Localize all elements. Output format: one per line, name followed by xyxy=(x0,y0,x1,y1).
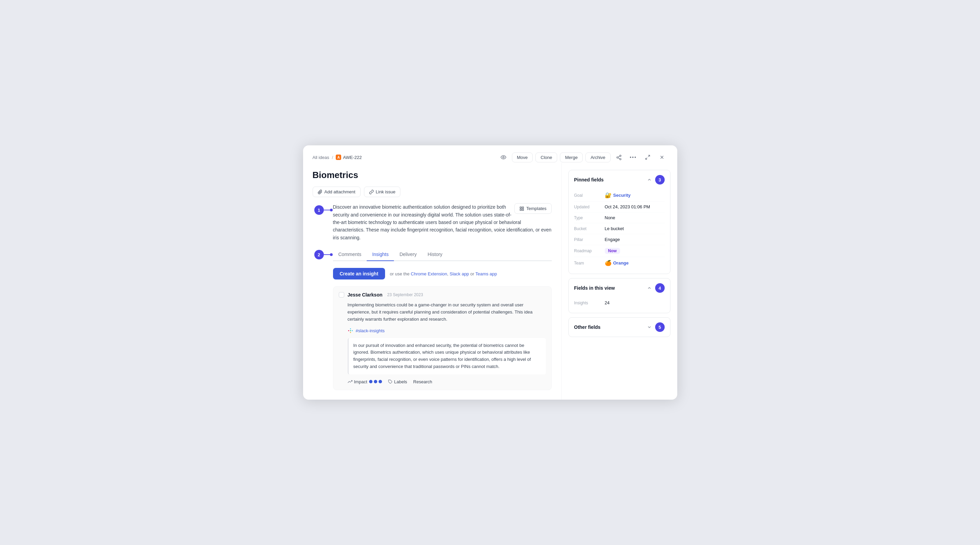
more-options-button[interactable]: ••• xyxy=(628,151,639,163)
impact-dots xyxy=(369,380,382,383)
breadcrumb-id: A AWE-222 xyxy=(336,155,361,160)
field-row-goal: Goal 🔐 Security xyxy=(574,189,665,202)
svg-line-7 xyxy=(646,158,648,159)
insight-header: Jesse Clarkson 23 September 2023 xyxy=(339,292,546,298)
fields-in-view-header-right: 4 xyxy=(647,283,665,293)
insight-meta: Impact Labels Research xyxy=(339,379,546,384)
field-row-updated: Updated Oct 24, 2023 01:06 PM xyxy=(574,202,665,212)
field-value-insights: 24 xyxy=(605,300,609,305)
svg-rect-17 xyxy=(350,332,351,333)
pinned-fields-title: Pinned fields xyxy=(574,177,604,182)
impact-item: Impact xyxy=(348,379,382,384)
clone-button[interactable]: Clone xyxy=(535,153,557,163)
breadcrumb-separator: / xyxy=(332,155,333,160)
insight-card: Jesse Clarkson 23 September 2023 Impleme… xyxy=(333,286,552,390)
insight-date: 23 September 2023 xyxy=(387,292,423,297)
field-label-updated: Updated xyxy=(574,205,605,209)
tab-comments[interactable]: Comments xyxy=(333,248,367,261)
tab-delivery[interactable]: Delivery xyxy=(394,248,422,261)
field-label-roadmap: Roadmap xyxy=(574,249,605,253)
impact-dot-2 xyxy=(374,380,377,383)
right-panel: Pinned fields 3 Goal 🔐 xyxy=(562,163,677,400)
svg-rect-10 xyxy=(520,207,522,208)
annotation-circle-2: 2 xyxy=(314,250,324,260)
templates-label: Templates xyxy=(526,206,546,211)
field-row-pillar: Pillar Engage xyxy=(574,234,665,245)
chrome-extension-link[interactable]: Chrome Extension xyxy=(411,271,447,276)
close-button[interactable] xyxy=(656,151,668,163)
svg-rect-11 xyxy=(522,207,523,208)
tab-history[interactable]: History xyxy=(422,248,448,261)
svg-point-2 xyxy=(617,156,618,158)
breadcrumb-all-ideas[interactable]: All ideas xyxy=(313,155,329,160)
labels-label: Labels xyxy=(394,379,407,384)
fields-in-view-header[interactable]: Fields in this view 4 xyxy=(569,279,670,298)
tab-insights[interactable]: Insights xyxy=(367,248,394,261)
insight-author: Jesse Clarkson xyxy=(348,292,383,298)
field-label-goal: Goal xyxy=(574,193,605,198)
teams-app-link[interactable]: Teams app xyxy=(475,271,497,276)
link-issue-button[interactable]: Link issue xyxy=(364,186,401,197)
chevron-up-icon-pinned xyxy=(647,177,652,182)
svg-line-4 xyxy=(618,158,620,159)
eye-icon-button[interactable] xyxy=(498,151,509,163)
svg-line-5 xyxy=(618,156,620,157)
share-icon-button[interactable] xyxy=(613,151,625,163)
fields-in-view-section: Fields in this view 4 Insights 24 xyxy=(568,278,670,313)
roadmap-badge: Now xyxy=(605,248,620,254)
annotation-circle-4: 4 xyxy=(655,283,665,293)
svg-point-3 xyxy=(620,158,621,159)
archive-button[interactable]: Archive xyxy=(585,153,610,163)
field-row-roadmap: Roadmap Now xyxy=(574,245,665,257)
slack-insights-link[interactable]: #slack-insights xyxy=(339,328,546,334)
svg-rect-16 xyxy=(350,330,351,331)
action-buttons: Add attachment Link issue xyxy=(313,186,552,197)
pinned-fields-header-right: 3 xyxy=(647,175,665,185)
other-fields-title: Other fields xyxy=(574,324,601,330)
merge-button[interactable]: Merge xyxy=(560,153,583,163)
breadcrumb-id-text[interactable]: AWE-222 xyxy=(343,155,361,160)
annotation-circle-5: 5 xyxy=(655,322,665,332)
goal-emoji: 🔐 xyxy=(605,192,612,198)
field-label-insights: Insights xyxy=(574,301,605,305)
research-label: Research xyxy=(413,379,432,384)
tab-content: Create an insight or use the Chrome Exte… xyxy=(333,261,552,390)
field-value-roadmap: Now xyxy=(605,248,620,254)
expand-button[interactable] xyxy=(642,151,654,163)
slack-icon xyxy=(348,328,354,334)
field-label-type: Type xyxy=(574,215,605,220)
field-row-team: Team 🍊 Orange xyxy=(574,257,665,269)
create-insight-row: Create an insight or use the Chrome Exte… xyxy=(333,268,552,279)
extension-links: or use the Chrome Extension, Slack app o… xyxy=(390,271,497,276)
create-insight-button[interactable]: Create an insight xyxy=(333,268,385,279)
other-fields-header[interactable]: Other fields 5 xyxy=(569,318,670,337)
impact-dot-3 xyxy=(379,380,382,383)
modal-header: All ideas / A AWE-222 Move Clone Merge xyxy=(303,145,677,163)
slack-app-link[interactable]: Slack app xyxy=(450,271,469,276)
templates-button[interactable]: Templates xyxy=(514,203,551,214)
insight-quote: In our pursuit of innovation and enhance… xyxy=(348,338,546,374)
labels-item: Labels xyxy=(388,379,407,384)
research-item: Research xyxy=(413,379,432,384)
modal-body: Biometrics Add attachment Link issue 1 xyxy=(303,163,677,400)
pinned-fields-section: Pinned fields 3 Goal 🔐 xyxy=(568,170,670,274)
svg-rect-13 xyxy=(520,209,522,210)
pinned-fields-header[interactable]: Pinned fields 3 xyxy=(569,170,670,189)
annotation-1: 1 xyxy=(314,205,332,215)
header-actions: Move Clone Merge Archive ••• xyxy=(498,151,668,163)
impact-label: Impact xyxy=(354,379,368,384)
move-button[interactable]: Move xyxy=(512,153,533,163)
chevron-up-icon-fields xyxy=(647,285,652,290)
breadcrumb-id-badge: A xyxy=(336,155,341,160)
insight-checkbox[interactable] xyxy=(339,292,344,298)
svg-point-0 xyxy=(503,156,504,158)
annotation-circle-1: 1 xyxy=(314,205,324,215)
annotation-dot-2 xyxy=(330,253,332,256)
impact-dot-1 xyxy=(369,380,372,383)
svg-rect-18 xyxy=(352,330,353,331)
team-emoji: 🍊 xyxy=(605,260,612,266)
field-row-type: Type None xyxy=(574,212,665,223)
field-label-team: Team xyxy=(574,261,605,266)
add-attachment-button[interactable]: Add attachment xyxy=(313,186,361,197)
field-row-insights: Insights 24 xyxy=(574,298,665,308)
